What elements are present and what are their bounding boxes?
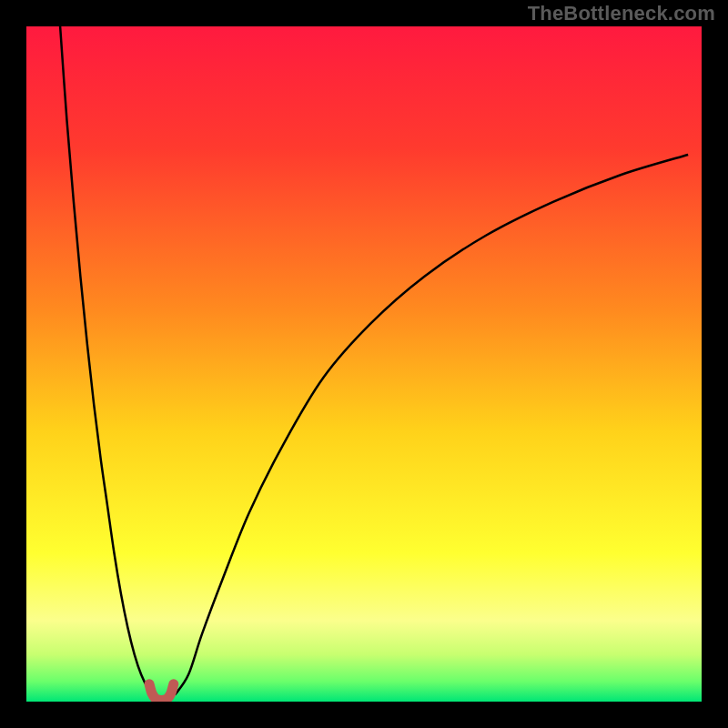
plot-background xyxy=(26,26,702,702)
bottleneck-chart xyxy=(0,0,728,728)
chart-frame: TheBottleneck.com xyxy=(0,0,728,728)
watermark-label: TheBottleneck.com xyxy=(528,2,715,25)
